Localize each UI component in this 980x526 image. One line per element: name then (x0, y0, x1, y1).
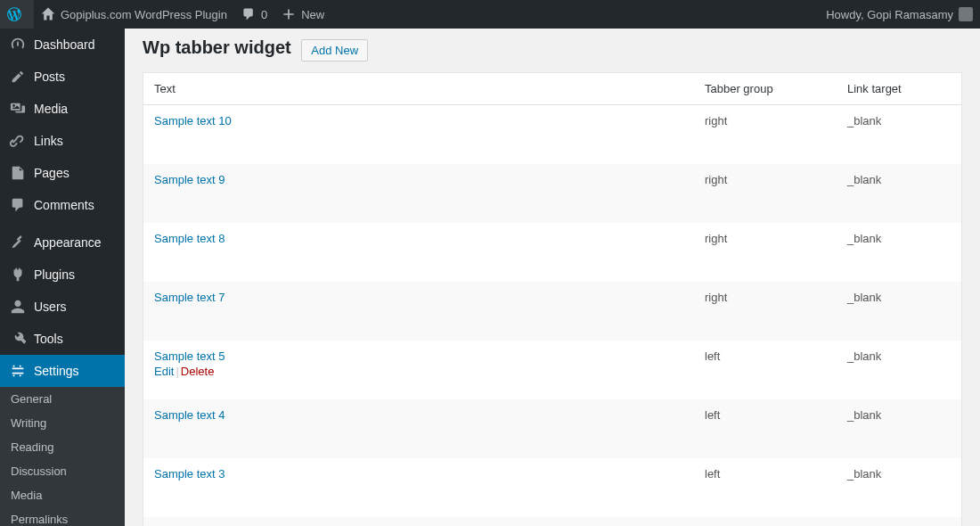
wordpress-icon (7, 7, 21, 21)
media-icon (9, 100, 27, 118)
cell-target: _blank (837, 458, 961, 517)
cell-text: Sample text 3Edit|Delete (143, 458, 694, 517)
table-row: Sample text 3Edit|Deleteleft_blank (143, 458, 961, 517)
menu-tools-label: Tools (34, 332, 63, 346)
cell-group: right (694, 164, 837, 223)
admin-menu: Dashboard Posts Media Links Pages Commen… (0, 29, 125, 526)
cell-group: right (694, 105, 837, 164)
admin-toolbar: Gopiplus.com WordPress Plugin 0 New Howd… (0, 0, 980, 29)
cell-text: Sample text 9Edit|Delete (143, 164, 694, 223)
cell-text: Sample text 4Edit|Delete (143, 399, 694, 458)
cell-target: _blank (837, 517, 961, 526)
menu-dashboard-label: Dashboard (34, 37, 95, 52)
column-header-target[interactable]: Link target (837, 73, 961, 105)
cell-group: left (694, 458, 837, 517)
menu-dashboard[interactable]: Dashboard (0, 29, 125, 61)
row-title-link[interactable]: Sample text 3 (154, 467, 225, 481)
user-avatar-icon (959, 7, 973, 21)
menu-media-label: Media (34, 102, 68, 116)
plugins-icon (9, 266, 27, 284)
row-title-link[interactable]: Sample text 10 (154, 114, 232, 127)
menu-settings[interactable]: Settings (0, 355, 125, 387)
row-actions: Edit|Delete (154, 363, 683, 378)
cell-text: Sample text 2Edit|Delete (143, 517, 694, 526)
row-title-link[interactable]: Sample text 8 (154, 232, 225, 245)
menu-pages-label: Pages (34, 166, 69, 180)
row-title-link[interactable]: Sample text 4 (154, 408, 225, 422)
row-action-separator: | (174, 365, 180, 378)
comments-menu[interactable]: 0 (234, 0, 274, 29)
submenu-general[interactable]: General (0, 387, 125, 411)
posts-icon (9, 68, 27, 86)
submenu-media[interactable]: Media (0, 483, 125, 507)
settings-icon (9, 362, 27, 380)
table-row: Sample text 9Edit|Deleteright_blank (143, 164, 961, 223)
cell-target: _blank (837, 223, 961, 282)
cell-group: right (694, 223, 837, 282)
wp-logo-menu[interactable] (0, 0, 34, 29)
column-header-text[interactable]: Text (143, 73, 694, 105)
page-title: Wp tabber widget (143, 37, 291, 58)
column-header-group[interactable]: Tabber group (694, 73, 837, 105)
row-action-edit[interactable]: Edit (154, 365, 174, 378)
cell-group: left (694, 341, 837, 399)
tools-icon (9, 330, 27, 348)
site-name-label: Gopiplus.com WordPress Plugin (61, 8, 227, 21)
cell-text: Sample text 7Edit|Delete (143, 282, 694, 341)
appearance-icon (9, 234, 27, 251)
submenu-reading[interactable]: Reading (0, 435, 125, 459)
cell-text: Sample text 8Edit|Delete (143, 223, 694, 282)
cell-group: right (694, 282, 837, 341)
dashboard-icon (9, 36, 27, 53)
row-title-link[interactable]: Sample text 5 (154, 349, 225, 363)
content-area: Wp tabber widget Add New Text Tabber gro… (125, 29, 980, 526)
new-content-label: New (301, 8, 324, 21)
records-table: Text Tabber group Link target Sample tex… (143, 72, 962, 526)
menu-posts[interactable]: Posts (0, 61, 125, 93)
menu-comments[interactable]: Comments (0, 189, 125, 221)
comments-icon (9, 196, 27, 214)
menu-links-label: Links (34, 134, 63, 148)
menu-tools[interactable]: Tools (0, 323, 125, 355)
menu-settings-label: Settings (34, 364, 79, 378)
menu-comments-label: Comments (34, 198, 94, 212)
new-content-menu[interactable]: New (274, 0, 331, 29)
site-name-menu[interactable]: Gopiplus.com WordPress Plugin (34, 0, 234, 29)
cell-text: Sample text 5Edit|Delete (143, 341, 694, 399)
links-icon (9, 132, 27, 150)
cell-group: left (694, 399, 837, 458)
menu-users[interactable]: Users (0, 291, 125, 323)
row-action-delete[interactable]: Delete (181, 365, 215, 378)
table-row: Sample text 5Edit|Deleteleft_blank (143, 341, 961, 399)
menu-plugins[interactable]: Plugins (0, 259, 125, 291)
menu-links[interactable]: Links (0, 125, 125, 157)
table-row: Sample text 7Edit|Deleteright_blank (143, 282, 961, 341)
users-icon (9, 298, 27, 316)
menu-pages[interactable]: Pages (0, 157, 125, 189)
table-row: Sample text 10Edit|Deleteright_blank (143, 105, 961, 164)
menu-appearance[interactable]: Appearance (0, 226, 125, 259)
submenu-writing[interactable]: Writing (0, 411, 125, 435)
table-row: Sample text 8Edit|Deleteright_blank (143, 223, 961, 282)
cell-target: _blank (837, 164, 961, 223)
settings-submenu: General Writing Reading Discussion Media… (0, 387, 125, 526)
menu-appearance-label: Appearance (34, 235, 102, 250)
comment-icon (241, 7, 256, 21)
table-row: Sample text 2Edit|Deleteleft_blank (143, 517, 961, 526)
home-icon (41, 7, 55, 21)
cell-target: _blank (837, 341, 961, 399)
cell-target: _blank (837, 282, 961, 341)
menu-media[interactable]: Media (0, 93, 125, 125)
table-row: Sample text 4Edit|Deleteleft_blank (143, 399, 961, 458)
cell-target: _blank (837, 399, 961, 458)
submenu-permalinks[interactable]: Permalinks (0, 507, 125, 526)
menu-users-label: Users (34, 300, 67, 314)
row-title-link[interactable]: Sample text 7 (154, 291, 225, 304)
plus-icon (282, 7, 296, 21)
my-account-menu[interactable]: Howdy, Gopi Ramasamy (819, 0, 980, 29)
submenu-discussion[interactable]: Discussion (0, 459, 125, 483)
menu-plugins-label: Plugins (34, 267, 75, 282)
row-title-link[interactable]: Sample text 9 (154, 173, 225, 186)
add-new-button[interactable]: Add New (301, 39, 368, 62)
cell-text: Sample text 10Edit|Delete (143, 105, 694, 164)
